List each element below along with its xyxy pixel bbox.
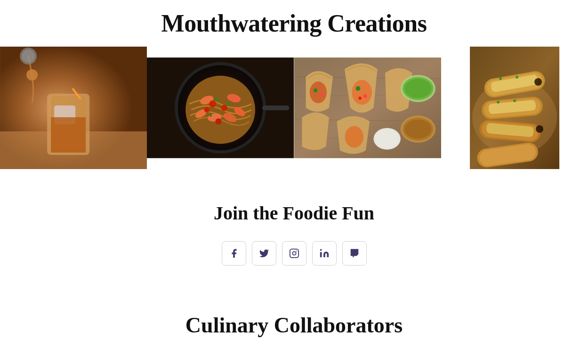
gallery-item-shrimp-pasta <box>147 47 294 169</box>
svg-point-67 <box>534 78 542 86</box>
gallery-item-rolls <box>441 47 588 169</box>
page-wrapper: Mouthwatering Creations <box>0 0 588 347</box>
svg-point-25 <box>215 98 218 101</box>
svg-point-8 <box>26 69 38 81</box>
svg-point-71 <box>320 249 322 251</box>
svg-point-34 <box>309 81 326 103</box>
svg-rect-6 <box>51 117 86 153</box>
shrimp-pasta-image <box>147 47 294 169</box>
svg-point-22 <box>221 105 227 111</box>
collaborators-title: Culinary Collaborators <box>9 313 579 338</box>
svg-point-27 <box>209 114 212 117</box>
svg-point-35 <box>314 89 317 92</box>
svg-point-24 <box>204 107 210 113</box>
gallery-item-cocktail <box>0 47 147 169</box>
svg-point-64 <box>516 76 518 79</box>
svg-rect-28 <box>262 105 290 110</box>
gallery-item-tacos <box>294 47 441 169</box>
gallery-section <box>0 47 588 169</box>
svg-point-14 <box>185 76 255 144</box>
twitter-button[interactable] <box>252 241 276 266</box>
svg-point-65 <box>497 101 499 104</box>
twitter-icon <box>259 248 269 259</box>
page-title: Mouthwatering Creations <box>9 9 579 37</box>
svg-point-23 <box>216 118 222 124</box>
svg-point-39 <box>363 94 367 98</box>
join-title: Join the Foodie Fun <box>9 202 579 224</box>
svg-point-26 <box>227 102 230 105</box>
twitch-button[interactable] <box>342 241 367 266</box>
svg-point-49 <box>375 129 398 148</box>
svg-point-47 <box>345 126 363 148</box>
svg-point-36 <box>320 93 323 96</box>
facebook-icon <box>229 248 239 259</box>
linkedin-button[interactable] <box>312 241 337 266</box>
svg-point-63 <box>499 77 502 80</box>
linkedin-icon <box>319 248 330 259</box>
svg-point-40 <box>358 97 362 100</box>
collaborators-section: Culinary Collaborators <box>0 294 588 347</box>
svg-rect-69 <box>290 249 298 258</box>
svg-point-68 <box>536 125 543 133</box>
svg-point-38 <box>355 86 360 91</box>
svg-point-10 <box>22 49 35 63</box>
header-section: Mouthwatering Creations <box>0 0 588 47</box>
cocktail-image <box>0 47 147 169</box>
twitch-icon <box>349 248 360 259</box>
svg-point-43 <box>404 79 432 98</box>
svg-point-37 <box>352 80 372 105</box>
svg-point-66 <box>513 99 516 102</box>
rolls-image <box>441 47 588 169</box>
instagram-icon <box>289 248 299 259</box>
tacos-image <box>294 47 441 169</box>
svg-point-21 <box>209 100 217 107</box>
join-section: Join the Foodie Fun <box>0 169 588 294</box>
facebook-button[interactable] <box>222 241 246 266</box>
svg-point-46 <box>404 120 432 139</box>
social-icons-row <box>9 241 579 266</box>
instagram-button[interactable] <box>282 241 306 266</box>
